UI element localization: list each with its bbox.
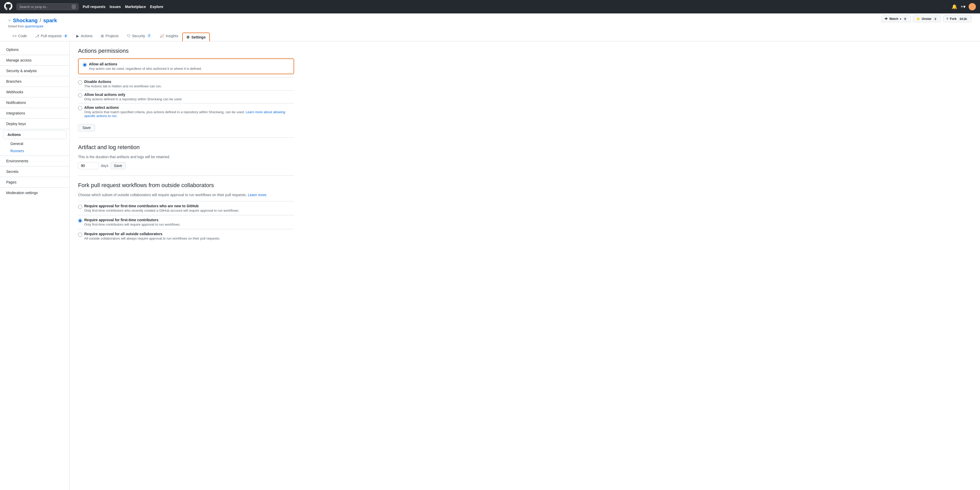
search-box[interactable]: Search or jump to... / xyxy=(16,3,79,10)
projects-icon: ⊞ xyxy=(101,34,104,38)
sidebar-item-actions[interactable]: Actions xyxy=(3,130,67,139)
fork-workflows-desc: Choose which subset of outside collabora… xyxy=(78,193,294,197)
repo-tabs: <> Code ⎇ Pull requests 4 ▶ Actions ⊞ Pr… xyxy=(8,31,972,41)
nav-issues[interactable]: Issues xyxy=(110,5,121,9)
fork-learn-more-link[interactable]: Learn more. xyxy=(248,193,267,197)
sidebar-item-manage-access[interactable]: Manage access xyxy=(0,56,70,64)
repo-owner-link[interactable]: Shockang xyxy=(13,18,38,24)
repo-title: ⑂ Shockang / spark xyxy=(8,18,972,24)
option-new-github: Require approval for first-time contribu… xyxy=(78,201,294,215)
radio-select-actions[interactable] xyxy=(78,106,82,110)
insights-icon: 📈 xyxy=(160,34,164,38)
tab-security-label: Security xyxy=(132,34,145,38)
user-avatar[interactable] xyxy=(969,3,976,10)
option-new-github-label[interactable]: Require approval for first-time contribu… xyxy=(84,204,199,208)
option-all-outside-desc: All outside collaborators will always re… xyxy=(84,237,220,240)
fork-source-link[interactable]: apache/spark xyxy=(25,25,43,28)
repo-name-link[interactable]: spark xyxy=(43,18,57,24)
sidebar-item-actions-runners[interactable]: Runners xyxy=(0,147,70,154)
tab-pr-label: Pull requests xyxy=(41,34,62,38)
main-layout: Options Manage access Security & analysi… xyxy=(0,41,980,490)
sidebar-item-secrets[interactable]: Secrets xyxy=(0,167,70,176)
option-first-time-desc: Only first-time contributors will requir… xyxy=(84,223,180,226)
radio-all-outside[interactable] xyxy=(78,232,82,237)
sidebar-item-branches[interactable]: Branches xyxy=(0,77,70,86)
radio-disable[interactable] xyxy=(78,80,82,84)
nav-explore[interactable]: Explore xyxy=(150,5,163,9)
option-all-outside-label[interactable]: Require approval for all outside collabo… xyxy=(84,232,162,236)
search-text: Search or jump to... xyxy=(19,5,49,9)
option-local-only-label[interactable]: Allow local actions only xyxy=(84,92,125,97)
artifact-save-button[interactable]: Save xyxy=(111,162,126,169)
fork-icon: ⑂ xyxy=(947,17,948,21)
sidebar-label-integrations: Integrations xyxy=(6,111,25,115)
nav-marketplace[interactable]: Marketplace xyxy=(125,5,146,9)
watch-dropdown-arrow: ▾ xyxy=(900,18,901,21)
sidebar-item-notifications[interactable]: Notifications xyxy=(0,99,70,107)
option-disable-label[interactable]: Disable Actions xyxy=(84,80,111,84)
option-disable-content: Disable Actions The Actions tab is hidde… xyxy=(84,80,162,88)
option-first-time: Require approval for first-time contribu… xyxy=(78,215,294,229)
sidebar-item-deploy-keys[interactable]: Deploy keys xyxy=(0,120,70,128)
slash-badge: / xyxy=(72,5,76,9)
unstar-label: Unstar xyxy=(921,17,931,21)
fork-button[interactable]: ⑂ Fork 24.2k xyxy=(943,16,972,22)
add-button[interactable]: +▾ xyxy=(960,4,966,10)
sidebar-item-environments[interactable]: Environments xyxy=(0,157,70,165)
option-all-outside-content: Require approval for all outside collabo… xyxy=(84,232,220,240)
sidebar-label-moderation: Moderation settings xyxy=(6,191,38,195)
tab-pull-requests[interactable]: ⎇ Pull requests 4 xyxy=(31,31,72,41)
divider-6 xyxy=(0,108,70,108)
watch-label: Watch xyxy=(889,17,899,21)
option-select-actions-label[interactable]: Allow select actions xyxy=(84,105,119,110)
option-allow-all-label[interactable]: Allow all actions xyxy=(89,62,117,66)
option-disable: Disable Actions The Actions tab is hidde… xyxy=(78,77,294,90)
sidebar-item-pages[interactable]: Pages xyxy=(0,178,70,186)
radio-allow-all[interactable] xyxy=(83,63,87,67)
fork-label: Fork xyxy=(950,17,956,21)
tab-projects-label: Projects xyxy=(105,34,119,38)
github-logo[interactable] xyxy=(4,2,13,12)
days-input[interactable]: 90 xyxy=(78,162,99,169)
option-select-actions-desc: Only actions that match specified criter… xyxy=(84,110,294,118)
tab-actions[interactable]: ▶ Actions xyxy=(72,31,97,41)
tab-projects[interactable]: ⊞ Projects xyxy=(97,31,123,41)
fork-count: 24.2k xyxy=(958,18,968,21)
sidebar-item-webhooks[interactable]: Webhooks xyxy=(0,88,70,96)
actions-tab-icon: ▶ xyxy=(76,34,79,38)
tab-code[interactable]: <> Code xyxy=(8,31,31,41)
sidebar-item-actions-general[interactable]: General xyxy=(0,140,70,147)
option-local-only-content: Allow local actions only Only actions de… xyxy=(84,92,182,101)
repo-header: 👁 Watch ▾ 0 ⭐ Unstar 1 ⑂ Fork 24.2k ⑂ Sh… xyxy=(0,13,980,41)
nav-pull-requests[interactable]: Pull requests xyxy=(83,5,105,9)
option-first-time-label[interactable]: Require approval for first-time contribu… xyxy=(84,218,158,222)
notifications-bell[interactable]: 🔔 xyxy=(951,4,957,10)
watch-count: 0 xyxy=(903,18,907,21)
sidebar-item-security-analysis[interactable]: Security & analysis xyxy=(0,67,70,75)
artifact-retention-desc: This is the duration that artifacts and … xyxy=(78,155,294,159)
tab-security[interactable]: 🛡 Security 7 xyxy=(123,31,156,41)
watch-button[interactable]: 👁 Watch ▾ 0 xyxy=(881,16,911,22)
settings-icon: ⚙ xyxy=(186,35,190,39)
artifact-retention-title: Artifact and log retention xyxy=(78,144,294,151)
divider-1 xyxy=(0,55,70,55)
artifact-retention-section: Artifact and log retention This is the d… xyxy=(78,144,294,169)
radio-new-github[interactable] xyxy=(78,205,82,209)
option-new-github-content: Require approval for first-time contribu… xyxy=(84,204,239,212)
tab-settings[interactable]: ⚙ Settings xyxy=(182,33,210,41)
radio-local-only[interactable] xyxy=(78,93,82,97)
option-disable-desc: The Actions tab is hidden and no workflo… xyxy=(84,84,162,88)
sidebar-label-options: Options xyxy=(6,48,19,52)
tab-insights[interactable]: 📈 Insights xyxy=(156,31,182,41)
sidebar-label-actions-runners: Runners xyxy=(10,149,24,153)
sidebar-item-moderation[interactable]: Moderation settings xyxy=(0,189,70,197)
option-allow-all-highlighted[interactable]: Allow all actions Any action can be used… xyxy=(78,59,294,74)
sidebar-item-integrations[interactable]: Integrations xyxy=(0,109,70,117)
radio-first-time[interactable] xyxy=(78,219,82,223)
unstar-button[interactable]: ⭐ Unstar 1 xyxy=(913,16,941,22)
sidebar-item-options[interactable]: Options xyxy=(0,46,70,54)
sidebar-label-notifications: Notifications xyxy=(6,100,26,105)
code-icon: <> xyxy=(13,34,16,38)
section-divider-1 xyxy=(78,137,294,138)
actions-permissions-save-button[interactable]: Save xyxy=(78,124,95,131)
